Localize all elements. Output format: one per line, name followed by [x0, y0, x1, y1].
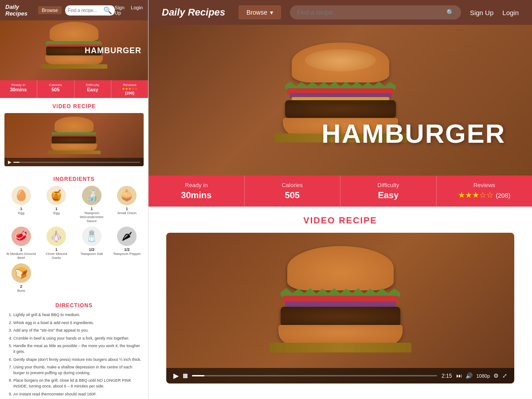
left-search-input[interactable] [68, 8, 103, 13]
ready-value: 30mins [2, 87, 35, 92]
list-item: Whisk egg in a bowl & add next 6 ingredi… [13, 320, 142, 326]
left-browse-button[interactable]: Browse [38, 6, 62, 14]
video-time: 2:15 [442, 373, 452, 379]
left-progress-bar[interactable] [13, 162, 140, 163]
ingredient-qty: 1 [5, 207, 37, 211]
ingredient-qty: 1 [41, 247, 73, 252]
ingredient-name: Small Onion [111, 211, 143, 215]
difficulty-value: Easy [345, 190, 432, 200]
ready-in-label: Ready in [153, 182, 240, 188]
right-video-title: VIDEO RECIPE [166, 215, 514, 226]
right-auth: Sign Up Login [470, 9, 519, 16]
ingredient-icon: 🌶 [117, 227, 137, 246]
right-stat-reviews: Reviews ★★★☆☆ (208) [437, 176, 532, 207]
right-header: Daily Recipes Browse ▾ 🔍 Sign Up Login [149, 0, 532, 25]
left-stat-calories: Calories 505 [37, 80, 74, 98]
list-item: 🌶 1/2 Teaspoon Pepper [111, 227, 143, 260]
left-directions-title: DIRECTIONS [0, 297, 148, 312]
list-item: 🍯 1 Egg [41, 186, 73, 223]
ingredient-name: Teaspoon Worcestershire Sauce [76, 211, 108, 223]
v-bun-top [55, 117, 94, 133]
left-stat-reviews: Reviews ★★★☆☆ (208) [111, 80, 148, 98]
left-video-player[interactable]: ▶ [4, 113, 144, 166]
reviews-label: Reviews [441, 182, 528, 188]
calories-value: 505 [39, 87, 72, 92]
left-stat-difficulty: Difficulty Easy [74, 80, 112, 98]
vr-bun-top [287, 246, 394, 290]
right-login-link[interactable]: Login [502, 9, 519, 16]
ingredient-icon: 🍯 [47, 186, 66, 205]
right-search-container[interactable]: 🔍 [290, 5, 461, 20]
ready-label: Ready in [2, 83, 35, 87]
left-header: Daily Recipes Browse 🔍 Sign Up Login [0, 0, 148, 20]
right-video-player[interactable]: ▶ 2:15 ⏭ 🔊 1080p ⚙ ⤢ [166, 233, 514, 383]
progress-dot [183, 374, 188, 378]
left-ingredients-grid: 🥚 1 Egg 🍯 1 Egg 🍶 1 Teaspoon Worcestersh… [0, 186, 148, 297]
search-icon: 🔍 [103, 6, 112, 15]
list-item: Add any of the "stir-ins" that appeal to… [13, 328, 142, 333]
volume-button[interactable]: 🔊 [466, 372, 473, 379]
left-stats-bar: Ready in 30mins Calories 505 Difficulty … [0, 80, 148, 98]
left-search-bar[interactable]: 🔍 [65, 5, 115, 16]
reviews-stars: ★★★☆☆ [113, 87, 146, 91]
list-item: 🥩 1 lb Medium-Ground Beef [5, 227, 37, 260]
list-item: 🥚 1 Egg [5, 186, 37, 223]
right-video-controls: ▶ 2:15 ⏭ 🔊 1080p ⚙ ⤢ [166, 368, 514, 383]
ingredient-icon: 🥩 [12, 227, 31, 246]
ingredient-qty: 1 [5, 247, 37, 252]
calories-label: Calories [39, 83, 72, 87]
right-progress-bar[interactable] [192, 375, 437, 376]
ingredient-qty: 1/2 [111, 247, 143, 252]
ingredient-qty: 1 [76, 207, 108, 211]
left-play-button[interactable]: ▶ [8, 160, 12, 164]
left-logo: Daily Recipes [5, 4, 38, 17]
reviews-label: Reviews [113, 83, 146, 87]
left-panel: Daily Recipes Browse 🔍 Sign Up Login H [0, 0, 149, 399]
list-item: 🧂 1/2 Teaspoon Salt [76, 227, 108, 260]
left-hero-image: HAMBURGER [0, 20, 148, 80]
right-stat-difficulty: Difficulty Easy [340, 176, 437, 207]
right-video-thumbnail [166, 233, 514, 383]
v-patty [52, 137, 96, 144]
ingredient-qty: 1/2 [76, 247, 108, 252]
video-controls-right: ⏭ 🔊 1080p ⚙ ⤢ [456, 372, 507, 379]
right-recipe-title: HAMBURGER [321, 118, 505, 149]
ingredient-icon: 🍞 [12, 263, 31, 283]
vr-patty [281, 307, 400, 326]
vr-bun-bottom [278, 325, 403, 344]
list-item: Place burgers on the grill, close lid & … [13, 378, 142, 389]
right-patty [285, 100, 396, 118]
right-progress-fill [192, 375, 204, 376]
list-item: 🍶 1 Teaspoon Worcestershire Sauce [76, 186, 108, 223]
right-stat-calories: Calories 505 [245, 176, 341, 207]
left-signup-link[interactable]: Sign Up [115, 5, 128, 16]
left-nav: Browse 🔍 [38, 5, 115, 16]
right-stat-ready: Ready in 30mins [149, 176, 245, 207]
settings-button[interactable]: ⚙ [493, 372, 499, 379]
ingredient-qty: 2 [5, 284, 37, 289]
right-signup-link[interactable]: Sign Up [470, 9, 493, 16]
ingredient-icon: 🧅 [117, 186, 137, 205]
v-bun-bottom [51, 144, 97, 151]
quality-button[interactable]: 1080p [476, 373, 490, 379]
left-login-link[interactable]: Login [131, 5, 143, 16]
ingredient-name: Clove Minced Garlic [41, 252, 73, 260]
reviews-count: (208) [496, 192, 510, 199]
right-browse-button[interactable]: Browse ▾ [239, 5, 281, 20]
ingredient-name: Buns [5, 289, 37, 293]
right-search-input[interactable] [297, 9, 443, 16]
ingredient-icon: 🍶 [82, 186, 102, 205]
ingredient-name: Teaspoon Pepper [111, 252, 143, 256]
ingredient-name: Egg [5, 211, 37, 215]
skip-forward-button[interactable]: ⏭ [456, 372, 462, 379]
right-panel: Daily Recipes Browse ▾ 🔍 Sign Up Login [149, 0, 532, 399]
video-burger-thumbnail [46, 117, 102, 163]
chevron-down-icon: ▾ [270, 9, 273, 16]
ingredient-qty: 1 [111, 207, 143, 211]
list-item: Handle the meat as little as possible – … [13, 343, 142, 354]
fullscreen-button[interactable]: ⤢ [502, 372, 507, 379]
v-board [47, 151, 101, 154]
browse-label: Browse [246, 9, 267, 16]
ingredient-icon: 🧄 [47, 227, 66, 246]
right-play-button[interactable]: ▶ [173, 372, 179, 380]
